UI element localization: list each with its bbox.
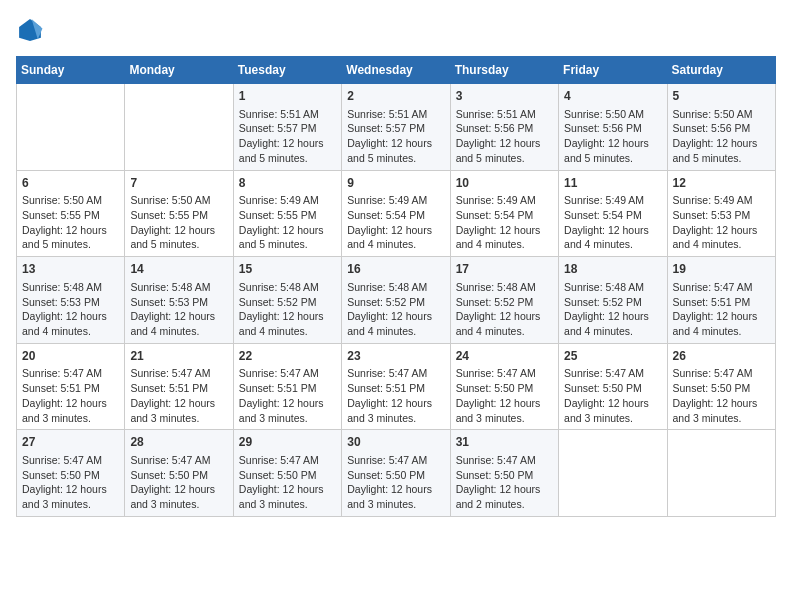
day-number: 2 bbox=[347, 88, 444, 105]
day-info: Sunset: 5:52 PM bbox=[347, 295, 444, 310]
day-number: 9 bbox=[347, 175, 444, 192]
day-info: Sunset: 5:52 PM bbox=[564, 295, 661, 310]
day-info: Daylight: 12 hours bbox=[673, 309, 770, 324]
day-cell: 19Sunrise: 5:47 AMSunset: 5:51 PMDayligh… bbox=[667, 257, 775, 344]
day-info: Sunset: 5:51 PM bbox=[239, 381, 336, 396]
day-cell: 27Sunrise: 5:47 AMSunset: 5:50 PMDayligh… bbox=[17, 430, 125, 517]
day-info: and 5 minutes. bbox=[347, 151, 444, 166]
week-row-5: 27Sunrise: 5:47 AMSunset: 5:50 PMDayligh… bbox=[17, 430, 776, 517]
day-number: 7 bbox=[130, 175, 227, 192]
day-info: and 4 minutes. bbox=[347, 237, 444, 252]
day-number: 15 bbox=[239, 261, 336, 278]
day-info: Sunrise: 5:48 AM bbox=[22, 280, 119, 295]
day-info: Sunset: 5:50 PM bbox=[239, 468, 336, 483]
day-info: Daylight: 12 hours bbox=[347, 309, 444, 324]
day-info: Sunrise: 5:47 AM bbox=[564, 366, 661, 381]
day-info: and 3 minutes. bbox=[22, 497, 119, 512]
day-number: 18 bbox=[564, 261, 661, 278]
day-cell bbox=[125, 84, 233, 171]
day-number: 21 bbox=[130, 348, 227, 365]
calendar-header: SundayMondayTuesdayWednesdayThursdayFrid… bbox=[17, 57, 776, 84]
day-info: Sunrise: 5:47 AM bbox=[22, 366, 119, 381]
day-cell: 25Sunrise: 5:47 AMSunset: 5:50 PMDayligh… bbox=[559, 343, 667, 430]
day-info: Sunset: 5:53 PM bbox=[22, 295, 119, 310]
day-info: Sunset: 5:51 PM bbox=[130, 381, 227, 396]
day-info: Daylight: 12 hours bbox=[22, 482, 119, 497]
day-info: and 5 minutes. bbox=[22, 237, 119, 252]
calendar-body: 1Sunrise: 5:51 AMSunset: 5:57 PMDaylight… bbox=[17, 84, 776, 517]
week-row-4: 20Sunrise: 5:47 AMSunset: 5:51 PMDayligh… bbox=[17, 343, 776, 430]
day-info: and 5 minutes. bbox=[239, 151, 336, 166]
day-info: and 3 minutes. bbox=[130, 497, 227, 512]
day-info: Sunset: 5:55 PM bbox=[130, 208, 227, 223]
day-number: 20 bbox=[22, 348, 119, 365]
day-info: Daylight: 12 hours bbox=[239, 223, 336, 238]
day-info: Daylight: 12 hours bbox=[456, 136, 553, 151]
day-cell: 8Sunrise: 5:49 AMSunset: 5:55 PMDaylight… bbox=[233, 170, 341, 257]
day-number: 19 bbox=[673, 261, 770, 278]
day-cell: 15Sunrise: 5:48 AMSunset: 5:52 PMDayligh… bbox=[233, 257, 341, 344]
day-cell bbox=[17, 84, 125, 171]
day-info: Daylight: 12 hours bbox=[239, 309, 336, 324]
day-info: Sunset: 5:55 PM bbox=[22, 208, 119, 223]
page-header bbox=[16, 16, 776, 44]
day-info: Sunset: 5:54 PM bbox=[456, 208, 553, 223]
day-number: 31 bbox=[456, 434, 553, 451]
day-info: Daylight: 12 hours bbox=[130, 482, 227, 497]
day-info: Sunset: 5:50 PM bbox=[564, 381, 661, 396]
day-number: 29 bbox=[239, 434, 336, 451]
day-info: Daylight: 12 hours bbox=[673, 136, 770, 151]
day-info: and 3 minutes. bbox=[456, 411, 553, 426]
day-info: and 4 minutes. bbox=[130, 324, 227, 339]
day-info: Daylight: 12 hours bbox=[456, 309, 553, 324]
day-info: Sunrise: 5:47 AM bbox=[130, 366, 227, 381]
day-info: and 3 minutes. bbox=[564, 411, 661, 426]
day-info: and 2 minutes. bbox=[456, 497, 553, 512]
day-cell: 13Sunrise: 5:48 AMSunset: 5:53 PMDayligh… bbox=[17, 257, 125, 344]
day-info: Daylight: 12 hours bbox=[564, 223, 661, 238]
calendar-table: SundayMondayTuesdayWednesdayThursdayFrid… bbox=[16, 56, 776, 517]
day-info: Sunrise: 5:48 AM bbox=[456, 280, 553, 295]
day-info: Sunrise: 5:47 AM bbox=[456, 453, 553, 468]
day-number: 26 bbox=[673, 348, 770, 365]
day-info: Daylight: 12 hours bbox=[130, 396, 227, 411]
day-number: 24 bbox=[456, 348, 553, 365]
day-number: 22 bbox=[239, 348, 336, 365]
day-info: Sunset: 5:51 PM bbox=[22, 381, 119, 396]
day-info: Daylight: 12 hours bbox=[130, 223, 227, 238]
column-header-friday: Friday bbox=[559, 57, 667, 84]
day-info: Sunrise: 5:48 AM bbox=[130, 280, 227, 295]
day-info: Sunrise: 5:47 AM bbox=[347, 453, 444, 468]
day-info: Daylight: 12 hours bbox=[347, 223, 444, 238]
day-number: 16 bbox=[347, 261, 444, 278]
week-row-2: 6Sunrise: 5:50 AMSunset: 5:55 PMDaylight… bbox=[17, 170, 776, 257]
column-header-saturday: Saturday bbox=[667, 57, 775, 84]
day-cell: 17Sunrise: 5:48 AMSunset: 5:52 PMDayligh… bbox=[450, 257, 558, 344]
day-cell: 16Sunrise: 5:48 AMSunset: 5:52 PMDayligh… bbox=[342, 257, 450, 344]
day-info: Sunset: 5:51 PM bbox=[347, 381, 444, 396]
day-info: Sunrise: 5:49 AM bbox=[239, 193, 336, 208]
day-info: Daylight: 12 hours bbox=[564, 136, 661, 151]
logo-icon bbox=[16, 16, 44, 44]
day-info: Daylight: 12 hours bbox=[347, 482, 444, 497]
day-info: Daylight: 12 hours bbox=[22, 309, 119, 324]
day-number: 10 bbox=[456, 175, 553, 192]
day-cell: 14Sunrise: 5:48 AMSunset: 5:53 PMDayligh… bbox=[125, 257, 233, 344]
day-info: Sunrise: 5:47 AM bbox=[673, 280, 770, 295]
day-info: Daylight: 12 hours bbox=[456, 482, 553, 497]
day-info: and 4 minutes. bbox=[564, 237, 661, 252]
day-info: Sunset: 5:54 PM bbox=[564, 208, 661, 223]
day-info: and 4 minutes. bbox=[673, 237, 770, 252]
day-info: and 5 minutes. bbox=[673, 151, 770, 166]
day-info: Sunrise: 5:47 AM bbox=[22, 453, 119, 468]
day-cell: 2Sunrise: 5:51 AMSunset: 5:57 PMDaylight… bbox=[342, 84, 450, 171]
day-number: 13 bbox=[22, 261, 119, 278]
column-header-tuesday: Tuesday bbox=[233, 57, 341, 84]
day-info: Sunrise: 5:51 AM bbox=[239, 107, 336, 122]
day-number: 12 bbox=[673, 175, 770, 192]
day-info: Sunset: 5:57 PM bbox=[239, 121, 336, 136]
day-number: 23 bbox=[347, 348, 444, 365]
day-info: and 3 minutes. bbox=[673, 411, 770, 426]
day-info: and 5 minutes. bbox=[456, 151, 553, 166]
day-cell: 1Sunrise: 5:51 AMSunset: 5:57 PMDaylight… bbox=[233, 84, 341, 171]
